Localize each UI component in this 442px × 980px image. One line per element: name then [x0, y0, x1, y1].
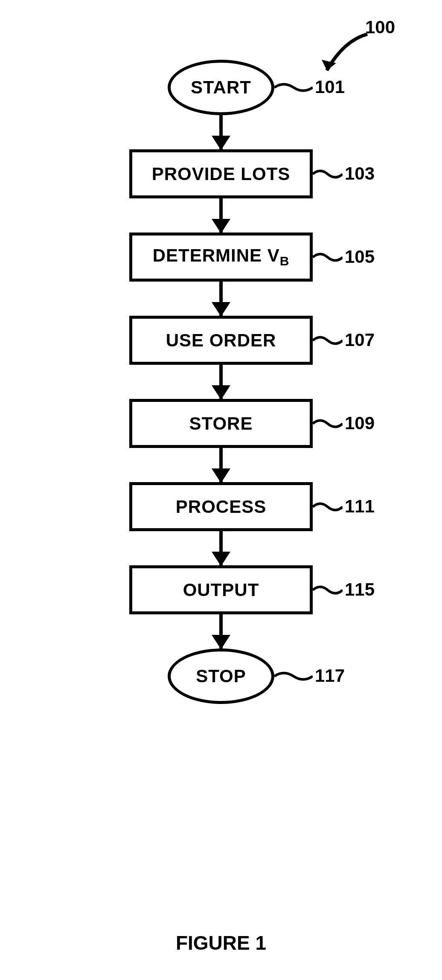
- ref-105: 105: [345, 247, 375, 267]
- node-store-label: STORE: [189, 413, 253, 434]
- ref-107: 107: [345, 330, 375, 350]
- leader-111: [313, 498, 343, 515]
- arrow-5: [219, 448, 223, 482]
- leader-115: [313, 582, 343, 599]
- arrow-3: [219, 282, 223, 316]
- node-determine-vb-label: DETERMINE VB: [153, 245, 290, 268]
- arrow-7: [219, 614, 223, 648]
- arrow-2: [219, 198, 223, 233]
- node-determine-vb: DETERMINE VB: [129, 233, 313, 282]
- figure-page: 100 START 101 PROVIDE LOTS 103: [0, 0, 442, 980]
- ref-111: 111: [345, 496, 375, 517]
- node-output-row: OUTPUT 115: [129, 565, 313, 614]
- node-use-order-row: USE ORDER 107: [129, 316, 313, 365]
- ref-103: 103: [345, 163, 375, 184]
- ref-117: 117: [315, 666, 345, 686]
- node-start-label: START: [191, 77, 251, 98]
- node-provide-lots-label: PROVIDE LOTS: [152, 164, 291, 184]
- node-determine-vb-row: DETERMINE VB 105: [129, 233, 313, 282]
- ref-109: 109: [345, 413, 375, 433]
- node-use-order-label: USE ORDER: [166, 330, 276, 351]
- arrow-4: [219, 365, 223, 399]
- node-store-row: STORE 109: [129, 399, 313, 448]
- arrow-6: [219, 531, 223, 565]
- arrow-1: [219, 115, 223, 149]
- node-start-row: START 101: [168, 60, 274, 115]
- ref-101: 101: [315, 77, 345, 97]
- node-process: PROCESS: [129, 482, 313, 531]
- node-use-order: USE ORDER: [129, 316, 313, 365]
- leader-101: [274, 79, 313, 96]
- ref-115: 115: [345, 579, 375, 600]
- leader-109: [313, 415, 343, 432]
- flowchart: START 101 PROVIDE LOTS 103 DETERMINE VB: [0, 60, 442, 704]
- leader-107: [313, 332, 343, 349]
- leader-117: [274, 668, 313, 685]
- node-store: STORE: [129, 399, 313, 448]
- node-stop-label: STOP: [196, 666, 246, 686]
- leader-105: [313, 249, 343, 266]
- node-stop: STOP: [168, 648, 274, 704]
- node-provide-lots: PROVIDE LOTS: [129, 149, 313, 198]
- node-output: OUTPUT: [129, 565, 313, 614]
- node-process-row: PROCESS 111: [129, 482, 313, 531]
- node-provide-lots-row: PROVIDE LOTS 103: [129, 149, 313, 198]
- node-output-label: OUTPUT: [183, 580, 259, 600]
- leader-103: [313, 166, 343, 183]
- node-process-label: PROCESS: [176, 497, 266, 517]
- node-start: START: [168, 60, 274, 115]
- node-stop-row: STOP 117: [168, 648, 274, 704]
- figure-caption: FIGURE 1: [0, 931, 442, 954]
